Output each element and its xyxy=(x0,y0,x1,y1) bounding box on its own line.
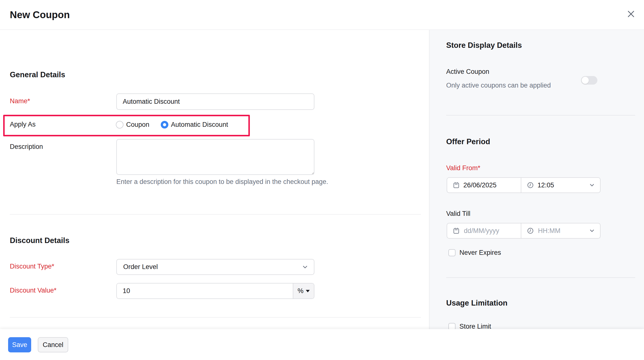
save-button[interactable]: Save xyxy=(8,337,31,353)
name-input[interactable] xyxy=(116,93,314,110)
discount-type-value: Order Level xyxy=(117,263,302,271)
valid-from-time-field[interactable]: 12:05 xyxy=(521,178,600,193)
discount-unit-value: % xyxy=(298,287,303,295)
chevron-down-icon xyxy=(589,182,595,188)
close-button[interactable] xyxy=(625,8,637,20)
toggle-knob xyxy=(582,77,589,84)
radio-unchecked-icon xyxy=(116,121,124,128)
section-divider xyxy=(10,214,421,215)
panel-divider xyxy=(446,115,635,115)
discount-value-label: Discount Value* xyxy=(10,287,56,294)
chevron-down-icon xyxy=(589,228,595,234)
page-title: New Coupon xyxy=(10,9,70,20)
radio-option-automatic-discount[interactable]: Automatic Discount xyxy=(161,121,228,128)
valid-till-time-field[interactable] xyxy=(521,223,600,238)
usage-limitation-heading: Usage Limitation xyxy=(446,299,508,308)
discount-value-input[interactable] xyxy=(117,284,293,299)
valid-till-datetime xyxy=(447,223,600,239)
cancel-button[interactable]: Cancel xyxy=(38,337,68,353)
description-label: Description xyxy=(10,143,43,151)
valid-from-time-value: 12:05 xyxy=(538,181,554,189)
offer-period-heading: Offer Period xyxy=(446,137,490,146)
valid-from-date-value: 26/06/2025 xyxy=(463,181,496,189)
panel-divider xyxy=(446,277,635,278)
checkbox-unchecked-icon xyxy=(448,249,456,256)
calendar-icon xyxy=(452,181,460,189)
clock-icon xyxy=(527,227,534,234)
valid-from-datetime: 26/06/2025 12:05 xyxy=(447,177,600,193)
active-coupon-helper-text: Only active coupons can be applied xyxy=(446,81,551,90)
store-display-details-heading: Store Display Details xyxy=(446,41,522,50)
active-coupon-label: Active Coupon xyxy=(446,68,490,75)
main-form-column: General Details Name* Apply As Coupon Au… xyxy=(0,29,429,360)
calendar-icon xyxy=(452,227,460,235)
valid-from-label: Valid From* xyxy=(446,164,480,172)
valid-till-date-field[interactable] xyxy=(447,223,521,238)
chevron-down-icon xyxy=(302,264,308,271)
active-coupon-toggle[interactable] xyxy=(581,76,597,85)
side-panel: Store Display Details Active Coupon Only… xyxy=(429,29,644,360)
general-details-heading: General Details xyxy=(10,70,65,79)
modal-footer: Save Cancel xyxy=(0,329,644,360)
apply-as-label: Apply As xyxy=(10,121,36,128)
description-textarea[interactable] xyxy=(116,139,314,175)
radio-option-label: Automatic Discount xyxy=(171,121,228,128)
valid-till-date-input[interactable] xyxy=(463,227,504,235)
valid-till-label: Valid Till xyxy=(446,210,470,218)
section-divider xyxy=(10,317,421,318)
name-label: Name* xyxy=(10,97,30,105)
valid-till-time-input[interactable] xyxy=(538,227,570,235)
caret-down-icon xyxy=(306,290,310,292)
radio-option-coupon[interactable]: Coupon xyxy=(116,121,150,128)
clock-icon xyxy=(527,181,534,189)
close-icon xyxy=(626,9,636,19)
modal-header: New Coupon xyxy=(0,0,644,30)
radio-option-label: Coupon xyxy=(126,121,150,128)
radio-checked-icon xyxy=(161,121,168,128)
valid-from-date-field[interactable]: 26/06/2025 xyxy=(447,178,521,193)
description-helper-text: Enter a description for this coupon to b… xyxy=(116,177,344,187)
discount-value-group: % xyxy=(116,283,314,299)
discount-unit-dropdown[interactable]: % xyxy=(293,284,314,299)
never-expires-checkbox-row[interactable]: Never Expires xyxy=(448,249,501,257)
apply-as-radio-group: Coupon Automatic Discount xyxy=(116,120,228,129)
never-expires-label: Never Expires xyxy=(460,249,501,257)
discount-details-heading: Discount Details xyxy=(10,236,70,245)
discount-type-label: Discount Type* xyxy=(10,263,54,270)
discount-type-select[interactable]: Order Level xyxy=(116,259,314,275)
